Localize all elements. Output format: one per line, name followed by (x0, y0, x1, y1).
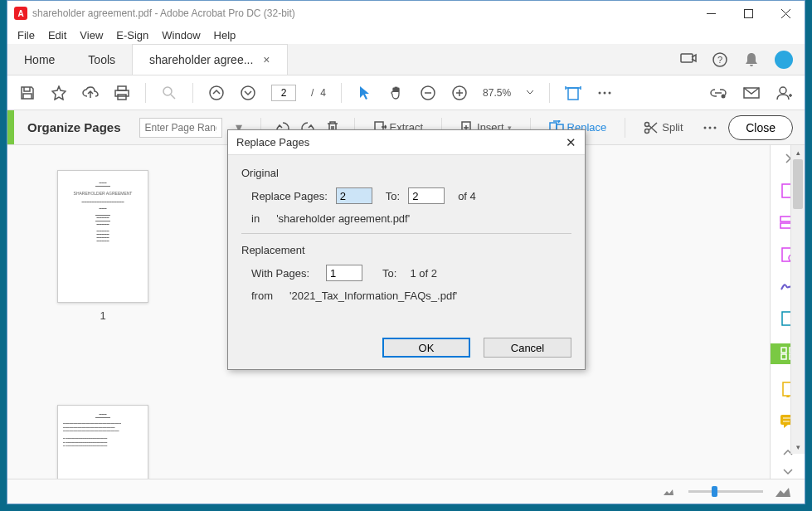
svg-rect-1 (745, 9, 753, 17)
to-label-2: To: (382, 267, 396, 280)
hand-icon[interactable] (388, 85, 405, 101)
close-window-button[interactable] (767, 1, 805, 26)
page-up-icon[interactable] (208, 85, 225, 101)
scroll-thumb[interactable] (793, 159, 803, 209)
zoom-out-icon[interactable] (420, 85, 436, 101)
page-thumb-1[interactable]: ▬▬▬▬▬▬▬▬▬ SHAREHOLDER AGREEMENT ▬▬▬▬▬▬▬▬… (57, 170, 148, 303)
svg-point-27 (708, 126, 711, 129)
thumb-size-small-icon[interactable] (660, 484, 677, 500)
tab-document[interactable]: shareholder agree... × (132, 44, 288, 75)
svg-text:?: ? (717, 55, 722, 65)
menu-esign[interactable]: E-Sign (116, 29, 148, 41)
of-count-label: of 4 (458, 190, 476, 202)
page-number-input[interactable] (271, 85, 296, 101)
split-tool[interactable]: Split (639, 121, 688, 134)
more-options-icon[interactable] (596, 85, 613, 101)
ok-button[interactable]: OK (382, 338, 470, 358)
with-from-input[interactable] (326, 265, 362, 281)
user-avatar[interactable] (775, 51, 793, 69)
bell-icon[interactable] (743, 51, 760, 68)
find-icon[interactable] (161, 85, 177, 101)
dialog-titlebar: Replace Pages ✕ (228, 130, 585, 155)
svg-point-28 (713, 126, 716, 129)
dialog-close-button[interactable]: ✕ (566, 135, 576, 150)
more-tools-icon[interactable] (702, 119, 718, 136)
tabbar: Home Tools shareholder agree... × ? (7, 44, 805, 75)
menu-edit[interactable]: Edit (48, 29, 66, 41)
print-icon[interactable] (114, 85, 130, 101)
vertical-scrollbar[interactable]: ▴ ▾ (790, 145, 805, 454)
svg-rect-13 (568, 88, 578, 100)
page-total: 4 (320, 87, 326, 99)
svg-rect-37 (781, 354, 786, 359)
svg-rect-35 (781, 348, 786, 353)
organize-title: Organize Pages (27, 120, 121, 134)
svg-point-15 (604, 91, 606, 94)
main-toolbar: / 4 87.5% (7, 75, 805, 110)
menu-file[interactable]: File (17, 29, 35, 41)
svg-rect-0 (707, 13, 716, 14)
cloud-upload-icon[interactable] (82, 85, 99, 101)
svg-rect-7 (118, 95, 126, 100)
svg-point-9 (210, 86, 223, 100)
replacement-section-label: Replacement (241, 244, 571, 256)
tab-tools[interactable]: Tools (71, 44, 132, 75)
star-icon[interactable] (51, 85, 67, 101)
pointer-icon[interactable] (357, 85, 373, 101)
link-icon[interactable] (710, 85, 727, 101)
menu-help[interactable]: Help (214, 29, 236, 41)
app-icon: A (14, 7, 27, 20)
help-icon[interactable]: ? (712, 51, 728, 68)
titlebar: A shareholder agreement.pdf - Adobe Acro… (7, 1, 805, 26)
email-icon[interactable] (743, 85, 760, 101)
thumb-size-slider[interactable] (688, 490, 763, 493)
with-pages-label: With Pages: (251, 267, 309, 280)
replace-from-input[interactable] (336, 187, 372, 204)
thumb-size-large-icon[interactable] (775, 484, 791, 500)
svg-point-8 (163, 87, 172, 95)
thumb-label-1: 1 (100, 309, 105, 322)
menu-window[interactable]: Window (162, 29, 200, 41)
scroll-up-icon[interactable]: ▴ (791, 145, 805, 159)
page-down-icon[interactable] (240, 85, 256, 101)
close-organize-button[interactable]: Close (728, 115, 793, 140)
with-to-text: 1 of 2 (410, 267, 437, 280)
svg-point-16 (609, 91, 611, 94)
from-file-name: '2021_Tax_Information_FAQs_.pdf' (289, 290, 457, 302)
original-section-label: Original (241, 167, 571, 179)
svg-point-14 (599, 91, 601, 94)
thumb-wrap-1: ▬▬▬▬▬▬▬▬▬ SHAREHOLDER AGREEMENT ▬▬▬▬▬▬▬▬… (57, 170, 148, 322)
thumb-wrap-4: ▬▬▬▬▬▬▬▬▬ ▬▬▬▬▬▬▬▬▬▬▬▬▬▬▬▬▬▬▬▬▬▬▬▬▬▬▬▬▬▬… (57, 405, 148, 479)
in-file-name: 'shareholder agreement.pdf' (276, 212, 410, 225)
page-thumb-4[interactable]: ▬▬▬▬▬▬▬▬▬ ▬▬▬▬▬▬▬▬▬▬▬▬▬▬▬▬▬▬▬▬▬▬▬▬▬▬▬▬▬▬… (57, 405, 148, 479)
page-range-input[interactable] (139, 118, 222, 138)
svg-point-17 (722, 94, 726, 98)
page-sep: / (311, 87, 314, 99)
svg-point-19 (780, 87, 786, 94)
tab-home[interactable]: Home (7, 44, 71, 75)
menubar: File Edit View E-Sign Window Help (7, 26, 805, 44)
maximize-button[interactable] (730, 1, 767, 26)
organize-accent (7, 110, 14, 144)
bottom-bar (7, 479, 805, 504)
replace-pages-label: Replace Pages: (251, 190, 328, 202)
slider-handle[interactable] (712, 486, 717, 497)
from-label: from (251, 290, 273, 302)
tab-close-icon[interactable]: × (263, 53, 270, 66)
minimize-button[interactable] (693, 1, 730, 26)
window-title: shareholder agreement.pdf - Adobe Acroba… (32, 7, 295, 19)
replace-to-input[interactable] (408, 187, 445, 204)
cancel-button[interactable]: Cancel (484, 338, 571, 358)
zoom-in-icon[interactable] (451, 85, 468, 101)
zoom-dropdown-icon[interactable] (526, 85, 534, 101)
menu-view[interactable]: View (80, 29, 103, 41)
fit-width-icon[interactable] (565, 85, 581, 101)
share-device-icon[interactable] (680, 51, 697, 68)
svg-rect-2 (681, 54, 693, 62)
scroll-down-icon[interactable]: ▾ (791, 440, 805, 454)
to-label-1: To: (386, 190, 400, 202)
add-user-icon[interactable] (776, 85, 793, 101)
zoom-value[interactable]: 87.5% (483, 87, 511, 99)
panel-down-icon[interactable] (778, 465, 798, 479)
save-icon[interactable] (19, 85, 36, 101)
